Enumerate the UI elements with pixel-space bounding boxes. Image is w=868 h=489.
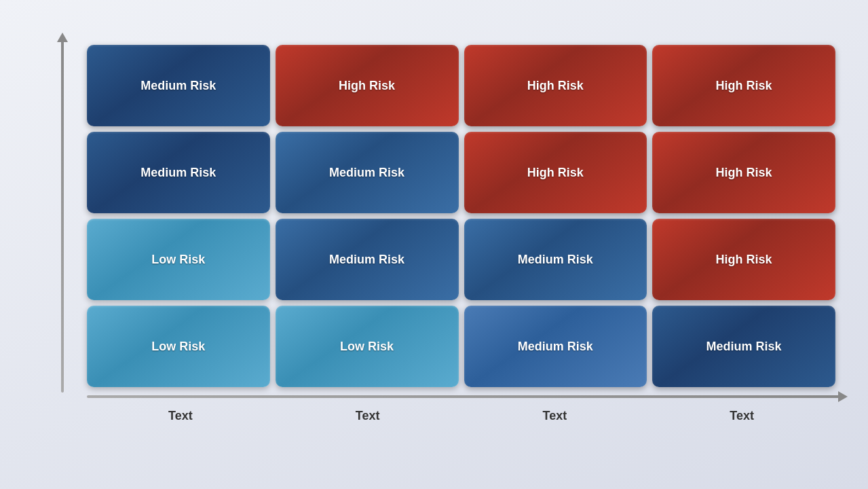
cell-r2-c3: High Risk xyxy=(652,219,835,300)
chart-area: Medium RiskHigh RiskHigh RiskHigh RiskMe… xyxy=(27,39,841,427)
y-axis xyxy=(27,39,81,427)
matrix-and-x: Medium RiskHigh RiskHigh RiskHigh RiskMe… xyxy=(81,39,841,427)
cell-r3-c0: Low Risk xyxy=(87,306,270,387)
cell-r1-c1: Medium Risk xyxy=(276,132,459,213)
x-axis-arrow xyxy=(87,395,841,398)
cell-r0-c2: High Risk xyxy=(464,45,647,126)
cell-r0-c0: Medium Risk xyxy=(87,45,270,126)
x-label-1: Text xyxy=(87,409,274,423)
slide: Medium RiskHigh RiskHigh RiskHigh RiskMe… xyxy=(0,0,868,489)
cell-r3-c3: Medium Risk xyxy=(652,306,835,387)
cell-r2-c0: Low Risk xyxy=(87,219,270,300)
x-label-2: Text xyxy=(274,409,461,423)
cell-r2-c1: Medium Risk xyxy=(276,219,459,300)
cell-r3-c1: Low Risk xyxy=(276,306,459,387)
cell-r1-c3: High Risk xyxy=(652,132,835,213)
x-label-4: Text xyxy=(648,409,835,423)
matrix-grid: Medium RiskHigh RiskHigh RiskHigh RiskMe… xyxy=(81,39,841,393)
cell-r2-c2: Medium Risk xyxy=(464,219,647,300)
x-labels: TextTextTextText xyxy=(87,398,835,423)
x-label-3: Text xyxy=(461,409,649,423)
x-axis: TextTextTextText xyxy=(81,393,841,427)
cell-r1-c0: Medium Risk xyxy=(87,132,270,213)
y-axis-arrow xyxy=(61,39,64,393)
cell-r1-c2: High Risk xyxy=(464,132,647,213)
cell-r0-c3: High Risk xyxy=(652,45,835,126)
cell-r0-c1: High Risk xyxy=(276,45,459,126)
cell-r3-c2: Medium Risk xyxy=(464,306,647,387)
